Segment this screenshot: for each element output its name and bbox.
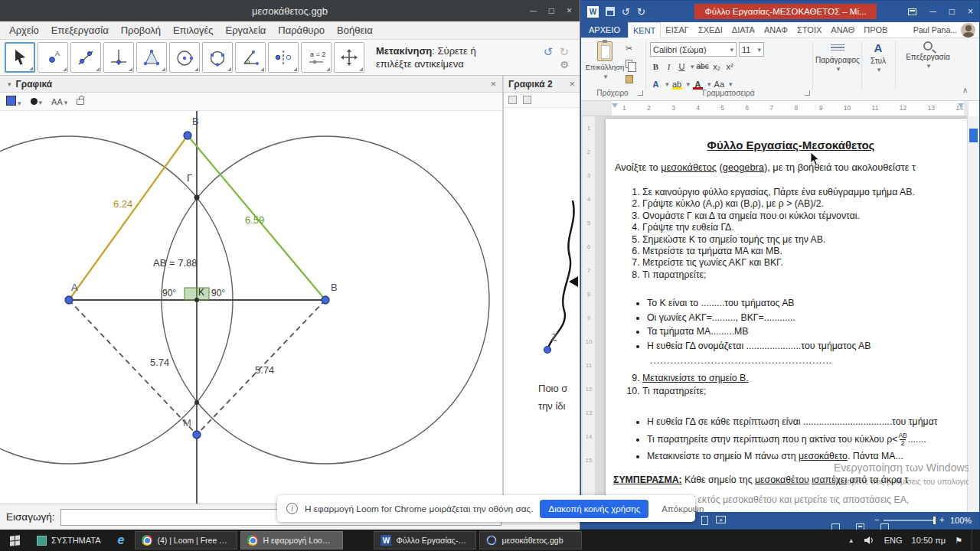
- undo-icon[interactable]: ↺: [544, 45, 554, 59]
- point-b[interactable]: [322, 296, 329, 304]
- tab-view[interactable]: ΠΡΟΒ: [859, 22, 892, 37]
- segment-a-to-m[interactable]: [69, 300, 197, 435]
- word-titlebar[interactable]: W ↺ ↻ Φύλλο Εργασίας-ΜΕΣΟΚΑΘΕΤΟΣ – Mi...…: [581, 1, 979, 22]
- grid-style-icon[interactable]: [508, 96, 517, 104]
- point-m[interactable]: [193, 431, 201, 439]
- speaker-icon[interactable]: [864, 536, 875, 545]
- link-mesokathetos[interactable]: μεσοκάθετος: [661, 161, 717, 173]
- close-icon[interactable]: ×: [490, 78, 496, 90]
- move-tool-button[interactable]: [5, 42, 35, 73]
- tab-references[interactable]: ΑΝΑΦ: [760, 22, 792, 37]
- point-k[interactable]: [194, 298, 199, 302]
- editing-group-button[interactable]: Επεξεργασία ▾: [900, 41, 956, 96]
- slider-tool-button[interactable]: a = 2: [301, 42, 332, 73]
- menu-item-view[interactable]: Προβολή: [115, 24, 167, 36]
- italic-button[interactable]: I: [663, 60, 675, 73]
- menu-item-help[interactable]: Βοήθεια: [331, 24, 379, 36]
- point-a[interactable]: [65, 296, 73, 304]
- document-area[interactable]: 1 2 3 4 5 6 7 8 9 10 11 12 13 14 15 Φύλλ…: [581, 116, 969, 514]
- segment-a-to-btop[interactable]: [69, 135, 188, 300]
- menu-item-window[interactable]: Παράθυρο: [272, 24, 331, 36]
- paste-button[interactable]: Επικόλληση ▾: [586, 41, 624, 89]
- link-mesokatheto[interactable]: μεσοκάθετο: [799, 451, 848, 461]
- tab-layout[interactable]: ΔΙΑΤΑ: [727, 22, 760, 37]
- ribbon-display-icon[interactable]: [908, 8, 916, 15]
- internet-explorer-icon[interactable]: e: [109, 533, 134, 547]
- restore-icon[interactable]: □: [949, 6, 955, 17]
- menu-item-tools[interactable]: Εργαλεία: [220, 24, 273, 36]
- tab-file[interactable]: ΑΡΧΕΙΟ: [581, 22, 628, 37]
- reflection-tool-button[interactable]: [268, 42, 299, 73]
- redo-icon[interactable]: ↻: [637, 7, 645, 17]
- angle-tool-button[interactable]: [235, 42, 266, 73]
- redo-icon[interactable]: ↻: [559, 45, 569, 59]
- collapse-ribbon-icon[interactable]: ∧: [962, 86, 968, 94]
- point-delta[interactable]: [194, 400, 199, 405]
- account-area[interactable]: Paul Pana...: [913, 22, 979, 37]
- point-style-button[interactable]: ▾: [31, 97, 43, 106]
- indent-marker-left[interactable]: [612, 103, 618, 108]
- zoom-out-icon[interactable]: −: [874, 515, 879, 524]
- tab-review[interactable]: ΑΝΑΘ: [826, 22, 859, 37]
- polygon-tool-button[interactable]: [136, 42, 167, 73]
- geogebra-titlebar[interactable]: μεσοκάθετος.ggb ─ □ ×: [0, 0, 580, 21]
- strikethrough-button[interactable]: abc: [696, 60, 710, 73]
- gear-icon[interactable]: ⚙: [560, 59, 569, 70]
- superscript-button[interactable]: x²: [724, 60, 736, 73]
- panel-triangle-icon[interactable]: ▾: [8, 80, 11, 88]
- vertical-scrollbar[interactable]: [967, 116, 979, 514]
- action-center-icon[interactable]: ⚑: [955, 536, 962, 546]
- point-tool-button[interactable]: A: [38, 42, 68, 73]
- undo-icon[interactable]: ↺: [622, 7, 630, 17]
- font-name-select[interactable]: Calibri (Σώμα)▾: [650, 42, 737, 57]
- tab-mailings[interactable]: ΣΤΟΙΧ: [792, 22, 826, 37]
- circle-tool-button[interactable]: [169, 42, 200, 73]
- copy-button[interactable]: [626, 58, 632, 70]
- proofing-icon[interactable]: ×: [716, 516, 726, 523]
- graphics-view-canvas[interactable]: ΑΒ = 7.88 6.24 6.59 5.74 5.74 90° 90° K …: [0, 111, 502, 504]
- minimize-icon[interactable]: ─: [530, 5, 537, 16]
- close-icon[interactable]: ×: [567, 5, 572, 16]
- minimize-icon[interactable]: ─: [929, 6, 936, 17]
- styles-group-button[interactable]: A Στυλ ▾: [864, 41, 893, 96]
- point-b-top[interactable]: [184, 132, 191, 139]
- document-page[interactable]: Φύλλο Εργασίας-Μεσοκάθετος Ανοίξτε το με…: [606, 119, 969, 514]
- tab-home[interactable]: ΚΕΝΤ: [628, 22, 661, 38]
- stop-sharing-button[interactable]: Διακοπή κοινής χρήσης: [540, 500, 648, 518]
- taskbar-button-word[interactable]: WΦύλλο Εργασίας-ΜΕ...: [374, 531, 476, 549]
- start-button[interactable]: [0, 530, 29, 551]
- zoom-in-icon[interactable]: +: [939, 515, 944, 524]
- horizontal-ruler[interactable]: 1 2 3 4 5 6 7 8 9 10 11 12 13 14: [581, 101, 969, 116]
- perpendicular-line-tool-button[interactable]: [103, 42, 134, 73]
- underline-button[interactable]: U: [676, 60, 688, 73]
- tray-up-icon[interactable]: ▲: [848, 537, 854, 544]
- format-painter-button[interactable]: [626, 73, 633, 85]
- underline-dropdown[interactable]: ▾: [691, 63, 694, 70]
- capture-style-icon[interactable]: [523, 96, 531, 104]
- indent-marker-right[interactable]: [958, 103, 964, 108]
- cut-button[interactable]: ✂: [626, 43, 632, 54]
- color-swatch-button[interactable]: ▾: [6, 96, 21, 107]
- page-count-icon[interactable]: [701, 516, 708, 525]
- tab-design[interactable]: ΣΧΕΔΙ: [694, 22, 727, 37]
- link-geogebra[interactable]: geogebra: [723, 161, 764, 173]
- menu-item-edit[interactable]: Επεξεργασία: [45, 24, 115, 36]
- vertical-ruler[interactable]: 1 2 3 4 5 6 7 8 9 10 11 12 13 14 15: [583, 116, 595, 514]
- move-graphics-view-button[interactable]: [334, 42, 364, 73]
- maximize-icon[interactable]: □: [549, 5, 554, 16]
- language-indicator[interactable]: ENG: [884, 536, 903, 545]
- paragraph-group-button[interactable]: Παράγραφος ▾: [815, 41, 860, 96]
- zoom-slider-thumb[interactable]: [933, 517, 936, 524]
- menu-item-options[interactable]: Επιλογές: [167, 24, 220, 36]
- systems-toolbar[interactable]: ΣΥΣΤΗΜΑΤΑ: [29, 536, 109, 546]
- close-icon[interactable]: ×: [569, 78, 575, 90]
- taskbar-button-loom-app[interactable]: Η εφαρμογή Loom f...: [240, 531, 343, 549]
- line-tool-button[interactable]: [70, 42, 101, 73]
- conic-tool-button[interactable]: [202, 42, 233, 73]
- point-gamma[interactable]: [194, 195, 200, 201]
- menu-item-file[interactable]: Αρχείο: [3, 24, 45, 36]
- tab-insert[interactable]: ΕΙΣΑΓ: [661, 22, 694, 37]
- taskbar-button-geogebra[interactable]: μεσοκάθετος.ggb: [479, 531, 582, 549]
- font-size-select[interactable]: 11▾: [739, 42, 764, 57]
- bold-button[interactable]: B: [650, 60, 662, 73]
